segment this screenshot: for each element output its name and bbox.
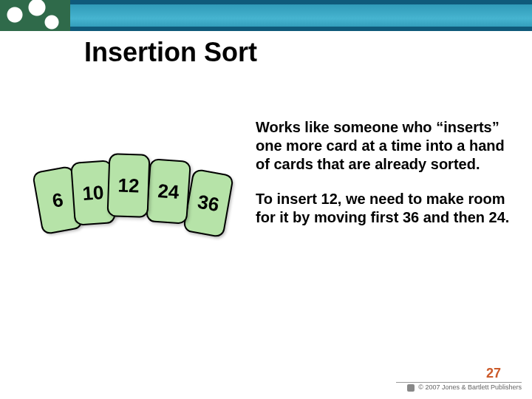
- publisher-text: © 2007 Jones & Bartlett Publishers: [418, 383, 522, 391]
- slide: Insertion Sort 6 10 12 24 36 Works like …: [0, 0, 532, 399]
- description-block: Works like someone who “inserts” one mor…: [256, 118, 510, 243]
- slide-number: 27: [486, 366, 501, 381]
- card-hand: 6 10 12 24 36: [37, 148, 259, 236]
- page-title: Insertion Sort: [84, 37, 257, 68]
- description-paragraph-2: To insert 12, we need to make room for i…: [256, 190, 510, 227]
- card-24: 24: [146, 158, 191, 225]
- banner-stripe-top: [0, 0, 532, 4]
- banner-stripe-bottom: [0, 27, 532, 31]
- publisher-credit: © 2007 Jones & Bartlett Publishers: [407, 383, 522, 392]
- top-banner: [0, 0, 532, 31]
- card-12: 12: [107, 153, 151, 218]
- card-36: 36: [183, 168, 234, 238]
- footer-rule: [396, 382, 522, 383]
- publisher-logo-icon: [407, 384, 415, 392]
- flower-decoration-icon: [0, 0, 70, 31]
- description-paragraph-1: Works like someone who “inserts” one mor…: [256, 118, 510, 174]
